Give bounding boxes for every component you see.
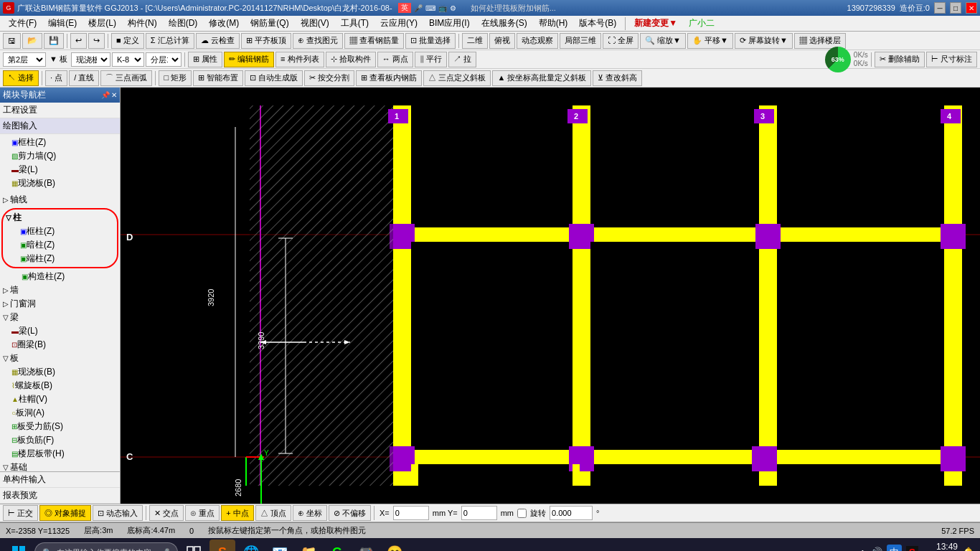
- auto-gen-btn[interactable]: ⊡ 自动生成版: [245, 70, 303, 86]
- vertex-btn[interactable]: △ 顶点: [255, 505, 291, 521]
- tree-beam[interactable]: ▬ 梁(L): [1, 163, 118, 176]
- rotate-input[interactable]: [550, 506, 593, 520]
- rotate-checkbox[interactable]: [517, 509, 527, 518]
- menu-rebar-qty[interactable]: 钢筋量(Q): [245, 16, 294, 31]
- edit-rebar-btn[interactable]: ✏ 编辑钢筋: [224, 52, 274, 67]
- tree-wall[interactable]: ▷ 墙: [1, 283, 118, 297]
- align-btn[interactable]: ⊞ 平齐板顶: [241, 33, 291, 49]
- app-g[interactable]: G: [324, 540, 350, 551]
- keyboard-icon[interactable]: ⌨: [425, 4, 435, 12]
- save-btn[interactable]: 💾: [44, 33, 64, 49]
- fullscreen-btn[interactable]: ⛶ 全屏: [603, 33, 639, 49]
- panel-pin[interactable]: 📌: [101, 91, 110, 99]
- mic-icon[interactable]: 🎤: [414, 4, 423, 12]
- tree-beam-group[interactable]: ▽ 梁: [1, 311, 118, 324]
- pan-btn[interactable]: ✋ 平移▼: [687, 33, 733, 49]
- tray-s[interactable]: S: [906, 546, 918, 551]
- ortho-btn[interactable]: ⊢ 正交: [3, 505, 38, 521]
- settings-icon2[interactable]: ⚙: [450, 4, 456, 12]
- split-btn[interactable]: ✂ 按交分割: [304, 70, 354, 86]
- pull-btn[interactable]: ↗ 拉: [448, 52, 476, 67]
- menu-modify[interactable]: 修改(M): [203, 16, 245, 31]
- x-input[interactable]: [393, 506, 429, 520]
- two-point-btn[interactable]: ↔ 两点: [377, 52, 413, 67]
- tree-slab-group[interactable]: ▽ 板: [1, 352, 118, 365]
- mic-taskbar-icon[interactable]: 🎤: [160, 548, 170, 552]
- check-slope-btn[interactable]: ⊻ 查改斜高: [593, 70, 642, 86]
- name-select[interactable]: K-8: [112, 52, 144, 67]
- y-input[interactable]: [461, 506, 497, 520]
- menu-view[interactable]: 视图(V): [295, 16, 335, 31]
- cloud-check-btn[interactable]: ☁ 云检查: [196, 33, 240, 49]
- midpoint-circle-btn[interactable]: ⊙ 重点: [185, 505, 220, 521]
- tree-band[interactable]: ▤ 楼层板带(H): [1, 447, 118, 461]
- menu-guangxiao[interactable]: 广小二: [683, 16, 720, 31]
- define-slope-btn[interactable]: △ 三点定义斜板: [423, 70, 491, 86]
- dynamic-btn[interactable]: 动态观察: [517, 33, 558, 49]
- app-s-icon[interactable]: S: [209, 540, 235, 551]
- tree-struct-col[interactable]: ▣ 构造柱(Z): [1, 270, 118, 283]
- menu-bim[interactable]: BIM应用(I): [423, 16, 476, 31]
- delete-aux-btn[interactable]: ✂ 删除辅助: [875, 52, 925, 67]
- menu-component[interactable]: 构件(N): [122, 16, 163, 31]
- task-view-button[interactable]: [181, 540, 207, 551]
- notification-btn[interactable]: 🔔: [962, 547, 974, 551]
- dynamic-input-btn[interactable]: ⊡ 动态输入: [93, 505, 143, 521]
- menu-new-change[interactable]: 新建变更▼: [628, 16, 683, 31]
- tree-cast-slab[interactable]: ▦ 现浇板(B): [1, 176, 118, 190]
- app-explorer[interactable]: 📁: [296, 540, 321, 551]
- batch-slope-btn[interactable]: ▲ 按坐标高批量定义斜板: [492, 70, 591, 86]
- tree-ring-beam[interactable]: ⊡ 圈梁(B): [1, 338, 118, 352]
- tree-frame-col[interactable]: ▣ 框柱(Z): [1, 136, 118, 149]
- property-btn[interactable]: ⊞ 属性: [188, 52, 222, 67]
- new-btn[interactable]: 🖫: [3, 33, 21, 49]
- tray-speaker[interactable]: 🔊: [870, 547, 882, 551]
- menu-file[interactable]: 文件(F): [3, 16, 42, 31]
- canvas-area[interactable]: D C 1 2 3 4 3390 3920: [121, 88, 980, 504]
- smart-layout-btn[interactable]: ⊞ 智能布置: [193, 70, 243, 86]
- tray-up[interactable]: ∧: [859, 547, 866, 551]
- rect-btn[interactable]: □ 矩形: [159, 70, 192, 86]
- app-email[interactable]: 📧: [267, 540, 293, 551]
- dim-label-btn[interactable]: ⊢ 尺寸标注: [926, 52, 977, 67]
- layer-select[interactable]: 分层1: [146, 52, 182, 67]
- intersection-btn[interactable]: ✕ 交点: [149, 505, 184, 521]
- single-component-btn[interactable]: 单构件输入: [0, 472, 120, 488]
- zoom-btn[interactable]: 🔍 缩放▼: [640, 33, 686, 49]
- start-button[interactable]: [6, 540, 32, 551]
- menu-draw[interactable]: 绘图(D): [163, 16, 204, 31]
- menu-version[interactable]: 版本号(B): [573, 16, 622, 31]
- 2d-btn[interactable]: 二维: [462, 33, 488, 49]
- calc-btn[interactable]: Σ 汇总计算: [146, 33, 194, 49]
- coord-btn[interactable]: ⊕ 坐标: [293, 505, 327, 521]
- tree-beam2[interactable]: ▬ 梁(L): [1, 324, 118, 338]
- monitor-icon[interactable]: 📺: [438, 4, 447, 12]
- tree-door-window[interactable]: ▷ 门窗洞: [1, 297, 118, 311]
- section-project[interactable]: 工程设置: [0, 103, 120, 118]
- app-edge[interactable]: 🌐: [238, 540, 264, 551]
- tree-dark-col[interactable]: ▣ 暗柱(Z): [4, 238, 116, 252]
- local-3d-btn[interactable]: 局部三维: [560, 33, 601, 49]
- arc-btn[interactable]: ⌒ 三点画弧: [100, 70, 152, 86]
- parallel-btn[interactable]: ∥ 平行: [415, 52, 447, 67]
- component-list-btn[interactable]: ≡ 构件列表: [275, 52, 324, 67]
- tree-reinforce[interactable]: ⊞ 板受力筋(S): [1, 420, 118, 433]
- open-btn[interactable]: 📂: [22, 33, 42, 49]
- tray-lang[interactable]: 中: [887, 545, 902, 551]
- clock-area[interactable]: 13:49 2017/7/14: [923, 542, 958, 551]
- type-select[interactable]: 现浇板: [71, 52, 110, 67]
- select-tool-btn[interactable]: ↖ 选择: [3, 70, 39, 86]
- section-drawing[interactable]: 绘图输入: [0, 118, 120, 134]
- view-rebar-inside-btn[interactable]: ⊞ 查看板内钢筋: [356, 70, 422, 86]
- batch-select-btn[interactable]: ⊡ 批量选择: [405, 33, 456, 49]
- undo-btn[interactable]: ↩: [70, 33, 87, 49]
- maximize-button[interactable]: □: [950, 2, 961, 14]
- menu-floor[interactable]: 楼层(L): [83, 16, 122, 31]
- rotate-btn[interactable]: ⟳ 屏幕旋转▼: [735, 33, 793, 49]
- no-offset-btn[interactable]: ⊘ 不偏移: [329, 505, 371, 521]
- tree-axis[interactable]: ▷ 轴线: [1, 193, 118, 207]
- find-btn[interactable]: ⊕ 查找图元: [293, 33, 343, 49]
- tree-neg[interactable]: ⊟ 板负筋(F): [1, 433, 118, 447]
- tree-cap[interactable]: ▲ 柱帽(V): [1, 392, 118, 406]
- snap-btn[interactable]: ◎ 对象捕捉: [39, 505, 91, 521]
